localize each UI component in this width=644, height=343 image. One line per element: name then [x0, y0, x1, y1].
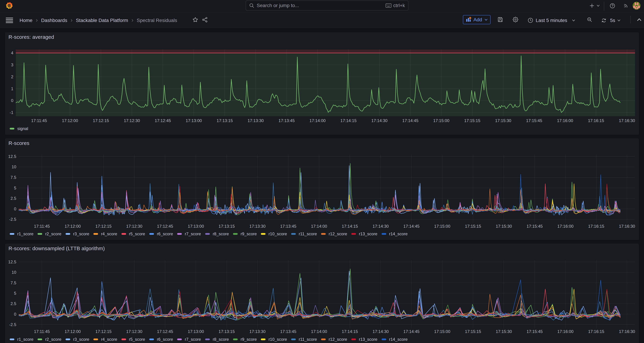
new-button[interactable]: [589, 3, 595, 9]
legend-item[interactable]: r10_score: [261, 231, 287, 236]
favorite-star-icon[interactable]: [192, 17, 198, 23]
legend-item[interactable]: r5_score: [122, 231, 145, 236]
legend-series-name: r10_score: [268, 231, 287, 236]
zoom-out-icon[interactable]: [587, 17, 592, 22]
dashboard-toolbar: Home Dashboards Stackable Data Platform …: [0, 13, 644, 28]
legend-series-name: r13_score: [359, 231, 378, 236]
legend-series-name: r13_score: [359, 337, 378, 342]
legend-item[interactable]: r11_score: [291, 337, 317, 342]
legend-series-name: r6_score: [157, 337, 173, 342]
legend-series-swatch: [94, 233, 98, 235]
topbar-divider: [604, 2, 604, 11]
legend-series-swatch: [149, 338, 154, 340]
legend-series-name: r1_score: [17, 337, 34, 342]
legend-item[interactable]: r12_score: [321, 231, 347, 236]
panel-title[interactable]: R-scores: averaged: [8, 34, 54, 40]
svg-text:17:15:30: 17:15:30: [495, 118, 511, 123]
legend-item[interactable]: r13_score: [351, 337, 378, 342]
legend-series-swatch: [10, 233, 14, 235]
timeseries-chart[interactable]: 17:11:4517:12:0017:12:1517:12:3017:12:45…: [5, 33, 638, 134]
chart-legend: r1_scorer2_scorer3_scorer4_scorer5_score…: [10, 337, 412, 342]
legend-series-name: signal: [17, 126, 28, 131]
breadcrumb-folder[interactable]: Stackable Data Platform: [76, 18, 128, 23]
legend-item[interactable]: r13_score: [351, 231, 378, 236]
add-panel-button[interactable]: Add: [463, 15, 490, 24]
svg-text:17:16:15: 17:16:15: [588, 118, 604, 123]
svg-text:2.5: 2.5: [10, 196, 16, 201]
svg-text:17:12:00: 17:12:00: [64, 329, 80, 334]
legend-item[interactable]: r4_score: [94, 337, 117, 342]
legend-item[interactable]: signal: [10, 126, 28, 131]
svg-text:17:12:45: 17:12:45: [157, 329, 173, 334]
panel-title[interactable]: R-scores: downsampled (LTTB algorithm): [8, 245, 105, 251]
legend-item[interactable]: r9_score: [233, 231, 257, 236]
legend-series-name: r14_score: [389, 337, 408, 342]
legend-item[interactable]: r10_score: [261, 337, 287, 342]
legend-series-swatch: [94, 338, 98, 340]
legend-item[interactable]: r2_score: [38, 337, 61, 342]
legend-item[interactable]: r5_score: [122, 337, 145, 342]
svg-text:17:14:00: 17:14:00: [311, 224, 327, 229]
legend-item[interactable]: r3_score: [66, 337, 89, 342]
legend-item[interactable]: r6_score: [149, 337, 173, 342]
legend-item[interactable]: r1_score: [10, 337, 34, 342]
svg-text:17:15:45: 17:15:45: [526, 118, 542, 123]
legend-item[interactable]: r8_score: [205, 231, 229, 236]
time-range-picker[interactable]: Last 5 minutes: [528, 13, 576, 28]
legend-series-name: r8_score: [213, 231, 229, 236]
share-icon[interactable]: [202, 17, 208, 23]
panel-title[interactable]: R-scores: [8, 140, 30, 146]
svg-text:17:14:00: 17:14:00: [310, 118, 326, 123]
svg-text:17:15:45: 17:15:45: [526, 329, 543, 334]
legend-series-swatch: [66, 338, 70, 340]
dashboard-settings-icon[interactable]: [513, 17, 518, 22]
svg-text:12.5: 12.5: [8, 154, 16, 159]
svg-text:2: 2: [11, 75, 13, 79]
save-dashboard-icon[interactable]: [498, 17, 503, 22]
legend-item[interactable]: r6_score: [149, 231, 173, 236]
legend-item[interactable]: r14_score: [382, 337, 408, 342]
svg-text:17:13:15: 17:13:15: [219, 224, 235, 229]
svg-text:10: 10: [12, 270, 16, 275]
user-avatar[interactable]: [632, 2, 640, 10]
timeseries-chart[interactable]: 17:11:4517:12:0017:12:1517:12:3017:12:45…: [5, 244, 638, 343]
svg-text:-2.5: -2.5: [9, 217, 16, 222]
legend-item[interactable]: r14_score: [382, 231, 408, 236]
legend-series-swatch: [205, 233, 210, 235]
breadcrumb-home[interactable]: Home: [20, 18, 32, 23]
legend-series-name: r7_score: [185, 231, 201, 236]
legend-item[interactable]: r11_score: [291, 231, 317, 236]
svg-text:10: 10: [12, 164, 16, 169]
legend-series-name: r11_score: [299, 337, 317, 342]
search-input[interactable]: Search or jump to... ctrl+k: [246, 1, 408, 11]
timeseries-chart[interactable]: 17:11:4517:12:0017:12:1517:12:3017:12:45…: [5, 139, 638, 240]
legend-item[interactable]: r2_score: [38, 231, 61, 236]
legend-item[interactable]: r3_score: [66, 231, 89, 236]
legend-item[interactable]: r12_score: [321, 337, 347, 342]
svg-text:17:16:30: 17:16:30: [619, 224, 635, 229]
svg-text:17:15:00: 17:15:00: [434, 224, 450, 229]
help-icon[interactable]: [610, 3, 615, 9]
menu-icon[interactable]: [6, 18, 13, 23]
legend-item[interactable]: r1_score: [10, 231, 34, 236]
new-chevron-down-icon[interactable]: [596, 4, 600, 7]
legend-item[interactable]: r8_score: [205, 337, 229, 342]
rss-icon[interactable]: [624, 4, 628, 8]
refresh-icon: [601, 18, 607, 23]
refresh-control[interactable]: 5s: [601, 13, 621, 28]
collapse-chevron-up-icon[interactable]: [637, 17, 642, 22]
grafana-logo[interactable]: [6, 2, 13, 9]
keyboard-icon: [386, 3, 392, 8]
legend-series-swatch: [351, 338, 356, 340]
legend-item[interactable]: r7_score: [177, 231, 201, 236]
svg-text:17:13:00: 17:13:00: [188, 224, 204, 229]
legend-series-name: r9_score: [240, 337, 257, 342]
svg-text:17:16:00: 17:16:00: [557, 329, 574, 334]
legend-item[interactable]: r7_score: [177, 337, 201, 342]
svg-text:17:12:30: 17:12:30: [124, 118, 140, 123]
svg-text:0: 0: [14, 312, 16, 316]
breadcrumb-dashboards[interactable]: Dashboards: [41, 18, 67, 23]
legend-item[interactable]: r4_score: [94, 231, 117, 236]
legend-item[interactable]: r9_score: [233, 337, 257, 342]
legend-series-swatch: [261, 338, 266, 340]
